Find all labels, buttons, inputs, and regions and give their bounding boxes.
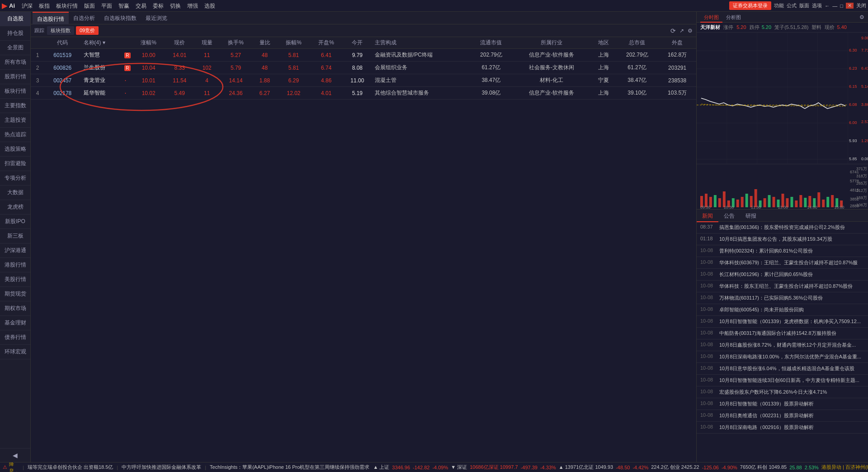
sidebar-item-bankuaihangqing[interactable]: 板块行情 [0, 84, 30, 99]
news-item[interactable]: 10-08 华体科技(603679)：王绍兰、王蒙生投合计减持不超过0.87%服 [697, 257, 868, 269]
sidebar-item-dashuju[interactable]: 大数据 [0, 186, 30, 200]
news-item[interactable]: 10-08 万林物流(603117)：已实际回购5.36%公司股份 [697, 292, 868, 304]
nav-banmian[interactable]: 版面 [81, 0, 98, 12]
news-item[interactable]: 10-08 10月8日深南电路涨10.00%，东方阿尔法优势产业混合A基金重..… [697, 351, 868, 363]
minimize-btn[interactable]: — [832, 3, 837, 9]
nav-xuangu[interactable]: 选股 [201, 0, 218, 12]
sidebar-item-saowei[interactable]: 扫雷避险 [0, 157, 30, 171]
news-time: 01:18 [700, 236, 717, 243]
news-item[interactable]: 10-08 华体科技：股东王绍兰、王蒙生投合计减持不超过0.87%股份 [697, 281, 868, 292]
table-row[interactable]: 4 002178 延华智能 · 10.02 5.49 11 24.36 6.27… [31, 87, 696, 100]
table-row[interactable]: 3 002457 青龙管业 · 10.01 11.54 4 14.14 1.88… [31, 74, 696, 87]
layout-btn[interactable]: 版面 [799, 2, 809, 9]
tab-zixuanfenxi[interactable]: 自选分析 [69, 12, 99, 24]
sidebar-item-quanjing[interactable]: 全景图 [0, 41, 30, 55]
sidebar-item-longhu[interactable]: 龙虎榜 [0, 200, 30, 215]
col-region[interactable]: 地区 [591, 37, 616, 49]
news-item[interactable]: 10-08 10月8日智微智能（001339）股票异动解析 [697, 398, 868, 410]
options-btn[interactable]: 选项 [812, 2, 822, 9]
sidebar-item-xingugu[interactable]: 新股IPO [0, 215, 30, 229]
chart-tab-fenshitu[interactable]: 分时图 [700, 12, 722, 23]
news-item[interactable]: 10-08 10月8日智微智能（001339）龙虎榜数据：机构净买入7509.1… [697, 316, 868, 328]
col-business[interactable]: 主营构成 [372, 37, 470, 49]
col-turnover[interactable]: 换手% [220, 37, 252, 49]
news-item[interactable]: 10-08 卓郎智能(600545)：尚未开始股份回购 [697, 304, 868, 316]
tab-zixuanguhangqing[interactable]: 自选股行情 [33, 12, 69, 24]
col-totalcap[interactable]: 总市值 [616, 37, 658, 49]
news-item[interactable]: 10-08 10月8日智微智能连续3日创60日新高，中方麦信专精特新主题... [697, 375, 868, 386]
news-item[interactable]: 10-08 10月8日鑫股份涨8.72%，财通内需增长12个月定开混合基金... [697, 339, 868, 351]
nav-zenqiang[interactable]: 增强 [184, 0, 201, 12]
formula-btn[interactable]: 公式 [787, 2, 797, 9]
tab-zixuanbankuai[interactable]: 自选板块指数 [99, 12, 141, 24]
news-item[interactable]: 10-08 中船防务(00317)海通国际合计减持1542.8万服持股份 [697, 328, 868, 339]
news-item[interactable]: 10-08 10月8日深南电路（002916）股票异动解析 [697, 422, 868, 434]
sidebar-item-gupiaohangqing[interactable]: 股票行情 [0, 70, 30, 84]
settings-btn[interactable]: ⚙ [688, 28, 693, 34]
table-row[interactable]: 1 601519 大智慧 R 10.00 14.01 11 5.27 48 5.… [31, 49, 696, 62]
col-floatcap[interactable]: 流通市值 [470, 37, 512, 49]
sidebar-item-xinsan[interactable]: 新三板 [0, 229, 30, 243]
tab-zuijinliulan[interactable]: 最近浏览 [141, 12, 172, 24]
col-industry[interactable]: 所属行业 [512, 37, 590, 49]
sidebar-item-redian[interactable]: 热点追踪 [0, 128, 30, 142]
news-tab-gonggao[interactable]: 公告 [718, 210, 740, 222]
nav-husheng[interactable]: 沪深 [19, 0, 36, 12]
news-tab-yanbao[interactable]: 研报 [740, 210, 762, 222]
maximize-btn[interactable]: □ [840, 3, 843, 9]
sidebar-item-zixuan[interactable]: 自选股 [0, 12, 30, 26]
sidebar-item-huanqiu[interactable]: 环球宏观 [0, 345, 30, 359]
close-btn[interactable]: ✕ [846, 3, 854, 9]
nav-bankuai[interactable]: 板块行情 [53, 0, 81, 12]
sidebar-item-jijin[interactable]: 基金理财 [0, 316, 30, 330]
back-btn[interactable]: ← [825, 3, 830, 9]
sidebar-item-zhuanxiang[interactable]: 专项分析 [0, 171, 30, 186]
col-openprice[interactable]: 今开 [343, 37, 372, 49]
filter-tag-jingja[interactable]: 09竞价 [76, 26, 99, 35]
news-item[interactable]: 10-08 长江材料(001296)：累计已回购0.65%股份 [697, 269, 868, 281]
expand-btn[interactable]: ↗ [679, 28, 684, 34]
nav-jiaoyi[interactable]: 交易 [132, 0, 150, 12]
sidebar-item-meigu[interactable]: 美股行情 [0, 272, 30, 287]
table-row[interactable]: 2 600826 兰生股份 R 10.04 8.33 102 5.79 48 5… [31, 62, 696, 74]
sidebar-item-xuanguce[interactable]: 选股策略 [0, 142, 30, 157]
nav-qiehuan[interactable]: 切换 [167, 0, 184, 12]
filter-tag-bankuaizhibiao[interactable]: 板块指数 [47, 26, 74, 35]
chart-icon-settings[interactable]: ⚙ [859, 14, 864, 20]
col-volratio[interactable]: 量比 [252, 37, 278, 49]
col-price[interactable]: 现价 [165, 37, 194, 49]
sidebar-item-ganggu[interactable]: 港股行情 [0, 258, 30, 272]
col-name[interactable]: 名称(4) ▾ [81, 37, 123, 49]
nav-pingmian[interactable]: 平面 [98, 0, 115, 12]
sidebar-collapse-btn[interactable]: ◀ [0, 448, 30, 462]
sidebar-item-zhuyaozhibiao[interactable]: 主要指数 [0, 99, 30, 113]
sidebar-item-husheng[interactable]: 沪深港通 [0, 243, 30, 258]
news-item[interactable]: 08:37 搞恩集团(001366)：股东爱特投资完成减持公司2.2%股份 [697, 222, 868, 234]
news-item[interactable]: 10-08 10月8日意华股份涨6.04%，恒越成长精选混合A基金重仓该股 [697, 363, 868, 375]
func-btn[interactable]: 功能 [774, 2, 784, 9]
news-item[interactable]: 10-08 宏盛股份股东户数环比下降6.26%今日大涨4.71% [697, 386, 868, 398]
row-business: 会展组织业务 [372, 62, 470, 74]
news-item[interactable]: 10-08 普利特(002324)：累计回购0.81%公司股份 [697, 245, 868, 257]
news-tab-xinwen[interactable]: 新闻 [697, 210, 718, 222]
nav-zhiying[interactable]: 智赢 [115, 0, 132, 12]
news-item[interactable]: 10-08 10月8日奥维通信（002231）股票异动解析 [697, 410, 868, 422]
sidebar-item-qiquanshichang[interactable]: 期权市场 [0, 301, 30, 316]
refresh-btn[interactable]: ⟳ [670, 27, 676, 34]
col-outerplate[interactable]: 外盘 [658, 37, 696, 49]
col-openpct[interactable]: 开盘% [310, 37, 343, 49]
sidebar-item-zhutitouzi[interactable]: 主题投资 [0, 113, 30, 128]
col-code[interactable]: 代码 [44, 37, 81, 49]
sidebar-item-suoyoushichang[interactable]: 所有市场 [0, 55, 30, 70]
col-volume[interactable]: 现量 [194, 37, 220, 49]
col-changepct[interactable]: 涨幅% [132, 37, 165, 49]
nav-banzhi[interactable]: 板指 [36, 0, 53, 12]
sidebar-item-zhaiquan[interactable]: 债券行情 [0, 330, 30, 345]
sidebar-item-chicang[interactable]: 持仓股 [0, 26, 30, 41]
news-item[interactable]: 01:18 10月8日搞恩集团发布公告，其股东减持159.34万股 [697, 234, 868, 245]
login-btn[interactable]: 证券交易本登录 [729, 1, 771, 10]
nav-weibiao[interactable]: 委标 [150, 0, 167, 12]
sidebar-item-qihuoxianhuo[interactable]: 期货现货 [0, 287, 30, 301]
col-amplitude[interactable]: 振幅% [277, 37, 310, 49]
chart-tab-fenxitu[interactable]: 分析图 [722, 12, 745, 23]
